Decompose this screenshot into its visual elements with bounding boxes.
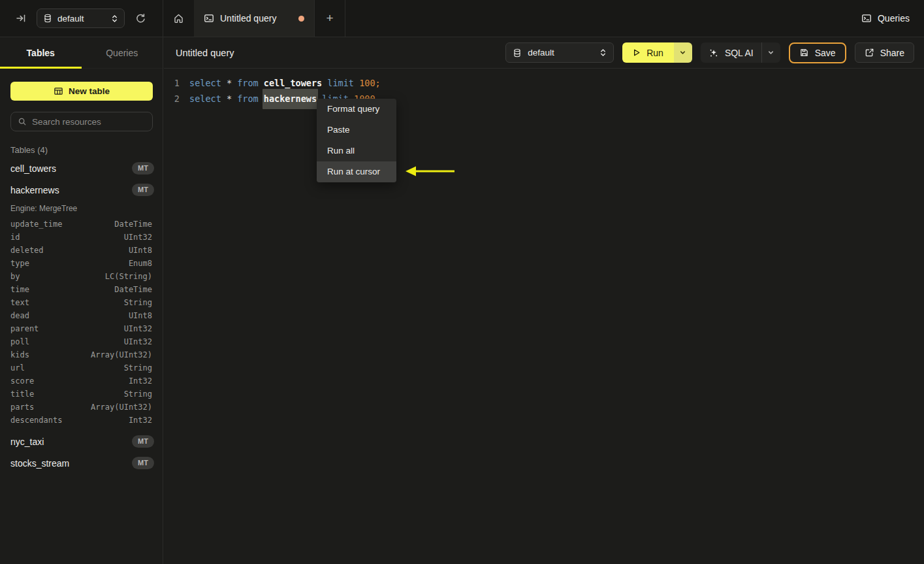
column-row: typeEnum8 bbox=[0, 257, 163, 270]
column-type: String bbox=[124, 388, 152, 401]
toolbar-database-selector[interactable]: default bbox=[505, 42, 614, 63]
column-type: Enum8 bbox=[129, 257, 152, 270]
sidebar-tab-tables[interactable]: Tables bbox=[0, 37, 82, 68]
sidebar-tab-queries[interactable]: Queries bbox=[82, 37, 163, 68]
table-row-stocks-stream[interactable]: stocks_stream MT bbox=[0, 452, 163, 474]
context-menu-item[interactable]: Paste bbox=[317, 120, 396, 141]
run-button[interactable]: Run bbox=[622, 42, 674, 63]
sql-editor[interactable]: 1select * from cell_towers limit 100;2se… bbox=[164, 69, 924, 107]
table-name: nyc_taxi bbox=[10, 437, 132, 447]
context-menu-item[interactable]: Run all bbox=[317, 141, 396, 161]
code-token bbox=[322, 75, 327, 91]
column-name: descendants bbox=[10, 414, 62, 427]
database-selector[interactable]: default bbox=[37, 8, 125, 28]
search-icon bbox=[18, 117, 27, 126]
database-icon bbox=[513, 48, 522, 58]
column-type: LC(String) bbox=[105, 270, 152, 283]
column-row: deletedUInt8 bbox=[0, 244, 163, 257]
engine-badge: MT bbox=[132, 184, 154, 196]
column-name: by bbox=[10, 270, 20, 283]
table-row-hackernews[interactable]: hackernews MT bbox=[0, 179, 163, 201]
column-name: kids bbox=[10, 348, 29, 361]
column-row: textString bbox=[0, 296, 163, 309]
tab-untitled-query[interactable]: Untitled query bbox=[194, 0, 314, 37]
sidebar-tabs: Tables Queries bbox=[0, 37, 163, 69]
column-row: titleString bbox=[0, 388, 163, 401]
engine-badge: MT bbox=[132, 457, 154, 469]
code-line[interactable]: 2select * from hackernews limit 1000 bbox=[164, 91, 924, 107]
column-name: update_time bbox=[10, 218, 62, 231]
sql-console-app: default Untitled query bbox=[0, 0, 924, 564]
table-row-cell-towers[interactable]: cell_towers MT bbox=[0, 158, 163, 179]
floppy-disk-icon bbox=[799, 48, 809, 58]
column-type: Int32 bbox=[129, 414, 152, 427]
new-table-label: New table bbox=[69, 86, 110, 96]
context-menu-item[interactable]: Run at cursor bbox=[317, 161, 396, 182]
column-row: partsArray(UInt32) bbox=[0, 401, 163, 414]
tab-bar: Untitled query + Queries bbox=[163, 0, 924, 37]
save-button[interactable]: Save bbox=[789, 42, 846, 63]
new-table-button[interactable]: New table bbox=[10, 82, 153, 101]
tab-title: Untitled query bbox=[220, 13, 293, 24]
context-menu-item[interactable]: Format query bbox=[317, 99, 396, 120]
query-title: Untitled query bbox=[176, 48, 234, 58]
code-token: 100; bbox=[359, 75, 381, 91]
column-name: id bbox=[10, 231, 20, 244]
plus-icon: + bbox=[326, 11, 333, 25]
column-type: UInt8 bbox=[129, 244, 152, 257]
share-label: Share bbox=[880, 48, 904, 58]
share-button[interactable]: Share bbox=[855, 42, 914, 63]
table-row-nyc-taxi[interactable]: nyc_taxi MT bbox=[0, 431, 163, 452]
column-row: byLC(String) bbox=[0, 270, 163, 283]
column-name: parts bbox=[10, 401, 34, 414]
column-row: pollUInt32 bbox=[0, 335, 163, 348]
column-name: dead bbox=[10, 309, 29, 322]
terminal-icon bbox=[204, 13, 214, 24]
column-name: url bbox=[10, 361, 25, 374]
line-number: 2 bbox=[164, 91, 180, 107]
chevron-down-icon bbox=[767, 49, 774, 56]
home-icon bbox=[173, 13, 184, 24]
top-bar-left: default bbox=[0, 0, 163, 37]
column-type: DateTime bbox=[114, 283, 152, 296]
column-row: idUInt32 bbox=[0, 231, 163, 244]
column-name: text bbox=[10, 296, 29, 309]
column-row: urlString bbox=[0, 361, 163, 374]
sparkles-icon bbox=[709, 48, 719, 58]
code-token: * bbox=[227, 75, 237, 91]
chevron-down-icon bbox=[679, 49, 686, 56]
code-token: hackernews bbox=[263, 89, 318, 109]
table-name: cell_towers bbox=[10, 163, 132, 174]
toolbar: default Run bbox=[505, 42, 914, 63]
sql-ai-split-button: SQL AI bbox=[701, 42, 780, 63]
tables-section-label: Tables (4) bbox=[10, 145, 152, 155]
refresh-button[interactable] bbox=[135, 13, 146, 24]
query-header: Untitled query default bbox=[164, 37, 924, 69]
chevron-updown-icon bbox=[599, 48, 607, 57]
column-name: title bbox=[10, 388, 34, 401]
line-number: 1 bbox=[164, 75, 180, 91]
column-type: Array(UInt32) bbox=[91, 348, 152, 361]
queries-button[interactable]: Queries bbox=[861, 13, 910, 24]
column-row: scoreInt32 bbox=[0, 374, 163, 388]
column-type: UInt32 bbox=[124, 335, 152, 348]
column-name: time bbox=[10, 283, 29, 296]
code-token: select bbox=[189, 75, 227, 91]
code-token: select bbox=[189, 91, 227, 107]
column-type: String bbox=[124, 296, 152, 309]
collapse-sidebar-button[interactable] bbox=[16, 13, 26, 24]
new-tab-button[interactable]: + bbox=[314, 0, 345, 37]
run-label: Run bbox=[646, 48, 663, 58]
sidebar-tab-tables-label: Tables bbox=[27, 48, 55, 58]
column-type: Int32 bbox=[129, 374, 152, 388]
column-name: parent bbox=[10, 322, 39, 335]
sql-ai-button[interactable]: SQL AI bbox=[701, 42, 761, 63]
column-name: score bbox=[10, 374, 34, 388]
sql-ai-options-button[interactable] bbox=[761, 42, 780, 63]
search-input[interactable] bbox=[32, 117, 146, 127]
column-row: deadUInt8 bbox=[0, 309, 163, 322]
column-name: type bbox=[10, 257, 29, 270]
play-icon bbox=[631, 48, 641, 58]
run-options-button[interactable] bbox=[674, 42, 692, 63]
home-button[interactable] bbox=[163, 0, 194, 37]
